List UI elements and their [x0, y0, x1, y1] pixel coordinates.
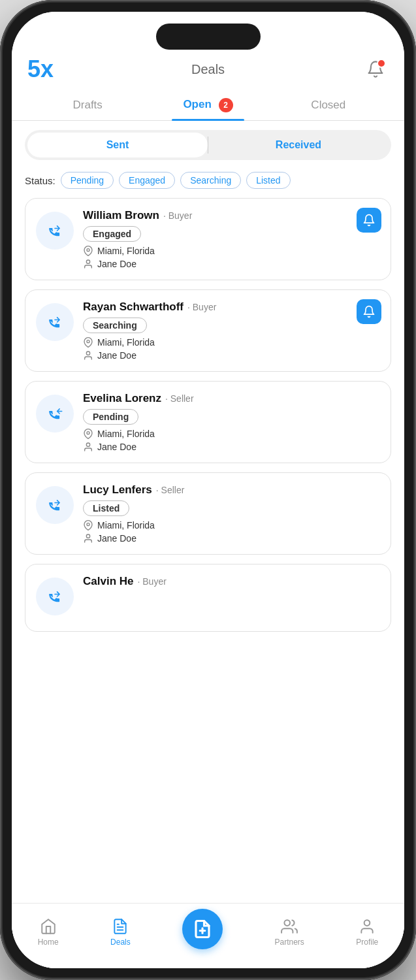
deal-status-badge-3: Pending — [83, 409, 138, 425]
tabs-row: Drafts Open 2 Closed — [12, 90, 404, 121]
deal-location-4: Miami, Florida — [83, 520, 380, 531]
deal-name-2: Rayan Schwarthoff — [83, 301, 184, 314]
deal-type-5: · Buyer — [137, 576, 166, 587]
deal-info-2: Rayan Schwarthoff · Buyer Searching Miam… — [83, 301, 380, 361]
status-filter-row: Status: Pending Engaged Searching Listed — [12, 169, 404, 195]
app-title: Deals — [191, 62, 225, 77]
incoming-call-icon-5 — [44, 586, 65, 607]
bell-active-icon-2 — [362, 305, 376, 318]
status-chip-engaged[interactable]: Engaged — [119, 172, 175, 189]
deal-location-3: Miami, Florida — [83, 429, 380, 439]
notch — [156, 24, 261, 50]
deal-agent-4: Jane Doe — [83, 533, 380, 544]
status-chip-listed[interactable]: Listed — [246, 172, 290, 189]
deal-card-3[interactable]: Evelina Lorenz · Seller Pending Miami, F… — [25, 381, 391, 463]
location-icon-2 — [83, 337, 93, 348]
deal-name-4: Lucy Lenfers — [83, 483, 152, 497]
partners-icon — [281, 918, 298, 935]
deal-card-2[interactable]: Rayan Schwarthoff · Buyer Searching Miam… — [25, 289, 391, 372]
svg-point-2 — [87, 340, 89, 343]
nav-deals[interactable]: Deals — [110, 918, 131, 947]
svg-point-7 — [86, 534, 89, 538]
open-tab-badge: 2 — [219, 98, 233, 112]
svg-point-4 — [87, 432, 89, 434]
deal-agent-2: Jane Doe — [83, 350, 380, 361]
status-chip-pending[interactable]: Pending — [61, 172, 114, 189]
deal-type-3: · Seller — [165, 393, 194, 404]
deal-name-row-3: Evelina Lorenz · Seller — [83, 392, 380, 405]
deal-status-badge-1: Engaged — [83, 226, 141, 242]
nav-deals-label: Deals — [110, 938, 131, 947]
nav-profile-label: Profile — [356, 938, 378, 947]
toggle-sent[interactable]: Sent — [27, 133, 208, 157]
location-icon-4 — [83, 520, 93, 531]
outgoing-call-icon-3 — [44, 403, 65, 424]
svg-point-3 — [86, 351, 89, 355]
deal-status-badge-4: Listed — [83, 500, 129, 516]
svg-point-0 — [87, 249, 89, 252]
deal-location-2: Miami, Florida — [83, 337, 380, 348]
nav-profile[interactable]: Profile — [356, 918, 378, 947]
deal-info-3: Evelina Lorenz · Seller Pending Miami, F… — [83, 392, 380, 452]
phone-frame: 5x Deals Drafts Open 2 — [0, 0, 416, 980]
sent-received-toggle: Sent Received — [25, 130, 391, 160]
call-icon-wrap-3 — [36, 395, 74, 433]
profile-icon — [359, 918, 376, 935]
status-chip-searching[interactable]: Searching — [180, 172, 241, 189]
notif-btn-1[interactable] — [357, 208, 381, 233]
tab-open[interactable]: Open 2 — [148, 90, 268, 120]
agent-icon-2 — [83, 350, 93, 361]
location-icon-1 — [83, 246, 93, 256]
notif-btn-2[interactable] — [357, 299, 381, 324]
nav-home[interactable]: Home — [38, 918, 59, 947]
deals-list: William Brown · Buyer Engaged Miami, Flo… — [12, 195, 404, 968]
deal-name-3: Evelina Lorenz — [83, 392, 161, 405]
add-deal-icon — [193, 919, 212, 939]
svg-point-5 — [86, 443, 89, 446]
deal-type-1: · Buyer — [163, 210, 192, 221]
deal-name-row-1: William Brown · Buyer — [83, 209, 380, 222]
tab-closed[interactable]: Closed — [268, 91, 389, 120]
notification-button[interactable] — [362, 56, 389, 82]
notification-badge — [377, 59, 386, 68]
agent-icon-1 — [83, 259, 93, 269]
agent-icon-4 — [83, 533, 93, 544]
deal-info-1: William Brown · Buyer Engaged Miami, Flo… — [83, 209, 380, 269]
bottom-nav: Home Deals — [12, 903, 404, 968]
call-icon-wrap-1 — [36, 212, 74, 250]
deal-agent-1: Jane Doe — [83, 259, 380, 269]
deal-agent-3: Jane Doe — [83, 442, 380, 452]
deal-status-badge-2: Searching — [83, 318, 147, 333]
deal-name-row-5: Calvin He · Buyer — [83, 575, 380, 588]
toggle-received[interactable]: Received — [208, 133, 389, 157]
deal-type-2: · Buyer — [187, 302, 216, 312]
app-logo: 5x — [27, 57, 54, 81]
location-icon-3 — [83, 429, 93, 439]
agent-icon-3 — [83, 442, 93, 452]
nav-partners-label: Partners — [275, 938, 304, 947]
app-header: 5x Deals — [12, 51, 404, 90]
svg-point-6 — [87, 523, 89, 526]
deal-info-4: Lucy Lenfers · Seller Listed Miami, Flor… — [83, 483, 380, 544]
deal-card-5[interactable]: Calvin He · Buyer — [25, 564, 391, 632]
call-icon-wrap-4 — [36, 486, 74, 524]
deal-card-1[interactable]: William Brown · Buyer Engaged Miami, Flo… — [25, 198, 391, 280]
deal-location-1: Miami, Florida — [83, 246, 380, 256]
deal-name-1: William Brown — [83, 209, 159, 222]
phone-screen: 5x Deals Drafts Open 2 — [12, 12, 404, 968]
nav-home-label: Home — [38, 938, 59, 947]
deal-type-4: · Seller — [156, 485, 185, 495]
call-icon-wrap-5 — [36, 578, 74, 615]
nav-partners[interactable]: Partners — [275, 918, 304, 947]
deal-name-row-2: Rayan Schwarthoff · Buyer — [83, 301, 380, 314]
fab-add-button[interactable] — [182, 909, 223, 949]
deal-card-4[interactable]: Lucy Lenfers · Seller Listed Miami, Flor… — [25, 472, 391, 555]
svg-point-12 — [285, 920, 291, 926]
tab-drafts[interactable]: Drafts — [27, 91, 148, 120]
bell-active-icon-1 — [362, 214, 376, 227]
incoming-call-icon-1 — [44, 220, 65, 241]
deals-icon — [112, 918, 129, 935]
status-filter-label: Status: — [25, 175, 56, 186]
svg-point-13 — [364, 920, 370, 926]
call-icon-wrap-2 — [36, 303, 74, 341]
